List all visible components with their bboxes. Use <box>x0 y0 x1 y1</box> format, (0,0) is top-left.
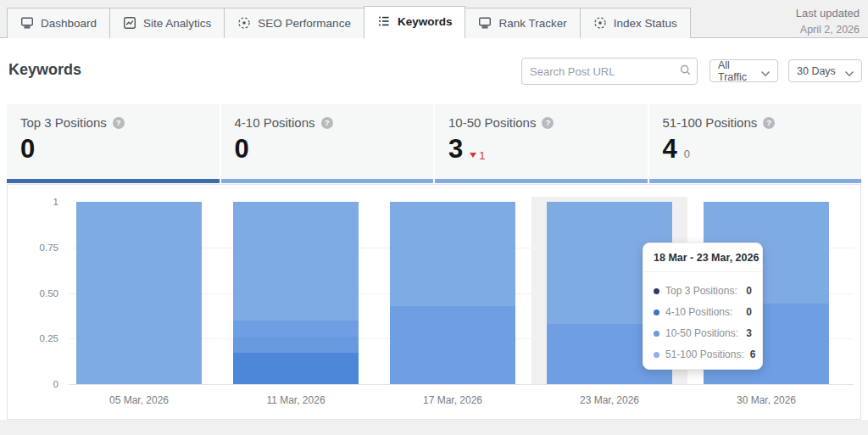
stat-card-value: 0 <box>20 136 35 162</box>
help-icon[interactable]: ? <box>321 117 333 129</box>
stat-value-row: 0 <box>235 136 420 162</box>
help-icon[interactable]: ? <box>113 117 125 129</box>
tooltip-row-label: 4-10 Positions: <box>665 306 732 318</box>
stat-card-value: 4 <box>663 136 677 162</box>
tab-rank-tracker[interactable]: Rank Tracker <box>465 8 580 38</box>
stat-card-top-3-positions[interactable]: Top 3 Positions?0 <box>7 104 220 183</box>
stat-card-51-100-positions[interactable]: 51-100 Positions?40 <box>649 104 862 183</box>
tooltip-row: 4-10 Positions:0 <box>654 306 752 318</box>
tooltip-row: 10-50 Positions:3 <box>654 327 752 339</box>
last-updated: Last updated April 2, 2026 <box>796 6 860 37</box>
stat-card-delta: 0 <box>684 148 690 160</box>
tooltip-rows: Top 3 Positions:04-10 Positions:010-50 P… <box>643 272 762 369</box>
last-updated-label: Last updated <box>796 6 860 22</box>
tooltip-row: Top 3 Positions:0 <box>654 285 752 297</box>
traffic-filter-value: All Traffic <box>718 59 761 83</box>
search-icon <box>679 64 692 80</box>
bar-11-mar[interactable] <box>233 202 359 384</box>
bar-05-mar[interactable] <box>76 202 202 384</box>
help-icon[interactable]: ? <box>542 117 554 129</box>
traffic-filter-dropdown[interactable]: All Traffic <box>709 59 778 82</box>
stat-cards-row: Top 3 Positions?04-10 Positions?010-50 P… <box>7 104 861 183</box>
stat-card-label: 10-50 Positions? <box>448 115 634 130</box>
series-bullet-icon <box>654 310 659 315</box>
top-tab-bar: DashboardSite AnalyticsSEO PerformanceKe… <box>0 0 868 38</box>
line-chart-icon <box>123 16 136 30</box>
stat-card-label-text: 10-50 Positions <box>448 115 536 130</box>
series-bullet-icon <box>654 352 659 358</box>
stat-card-label: 51-100 Positions? <box>663 115 849 130</box>
series-bullet-icon <box>654 331 659 337</box>
tab-label: Dashboard <box>41 17 97 30</box>
stat-card-10-50-positions[interactable]: 10-50 Positions?31 <box>435 104 648 183</box>
stat-card-value: 0 <box>235 136 249 162</box>
y-axis-tick: 1 <box>26 197 58 207</box>
eye-scan-icon <box>237 16 251 30</box>
x-axis-label: 05 Mar, 2026 <box>61 394 218 406</box>
x-axis-label: 17 Mar, 2026 <box>375 394 531 406</box>
bar-segment-top-3-positions <box>233 353 359 384</box>
stat-card-4-10-positions[interactable]: 4-10 Positions?0 <box>221 104 434 183</box>
bar-segment-10-50-positions <box>390 306 515 384</box>
tab-label: Site Analytics <box>143 17 211 30</box>
date-range-dropdown[interactable]: 30 Days <box>788 59 862 82</box>
search-input[interactable] <box>530 65 679 78</box>
tooltip-row: 51-100 Positions:6 <box>654 349 752 360</box>
bar-segment-51-100-positions <box>233 202 359 321</box>
page-title: Keywords <box>8 61 81 79</box>
tooltip-row-value: 0 <box>746 306 752 318</box>
chart-tooltip: 18 Mar - 23 Mar, 2026 Top 3 Positions:04… <box>643 243 763 370</box>
chevron-down-icon <box>761 68 770 74</box>
help-icon[interactable]: ? <box>763 117 775 129</box>
tab-label: Rank Tracker <box>498 17 566 30</box>
bar-segment-4-10-positions <box>233 337 359 353</box>
tooltip-row-label: 51-100 Positions: <box>665 349 744 360</box>
tab-list: DashboardSite AnalyticsSEO PerformanceKe… <box>7 6 690 38</box>
monitor-icon <box>478 16 492 30</box>
list-icon <box>377 14 391 28</box>
tooltip-row-value: 3 <box>746 327 752 339</box>
stat-card-label: 4-10 Positions? <box>235 115 420 130</box>
bar-segment-10-50-positions <box>233 321 359 337</box>
stat-card-delta-value: 1 <box>479 149 485 162</box>
tab-site-analytics[interactable]: Site Analytics <box>109 8 225 38</box>
stat-card-delta: 1 <box>470 149 485 162</box>
y-axis-tick: 0.75 <box>26 243 58 253</box>
stat-card-label-text: 4-10 Positions <box>235 115 315 130</box>
tooltip-row-value: 6 <box>750 349 756 360</box>
tab-dashboard[interactable]: Dashboard <box>7 8 110 38</box>
tab-label: Index Status <box>614 17 677 30</box>
x-axis-label: 11 Mar, 2026 <box>218 394 375 406</box>
tab-index-status[interactable]: Index Status <box>580 8 691 38</box>
stat-card-delta-value: 0 <box>684 148 690 160</box>
tooltip-title: 18 Mar - 23 Mar, 2026 <box>643 243 762 272</box>
x-axis-label: 23 Mar, 2026 <box>531 394 688 406</box>
monitor-icon <box>20 16 34 30</box>
positions-chart-panel: 18 Mar - 23 Mar, 2026 Top 3 Positions:04… <box>7 184 861 420</box>
y-axis-tick: 0.50 <box>26 288 58 298</box>
stat-card-value: 3 <box>448 136 463 162</box>
stat-value-row: 31 <box>448 136 634 162</box>
tab-label: Keywords <box>398 15 453 28</box>
eye-scan-icon <box>593 16 607 30</box>
x-axis-label: 30 Mar, 2026 <box>688 394 845 406</box>
series-bullet-icon <box>654 288 659 294</box>
bar-17-mar[interactable] <box>390 202 515 384</box>
tab-seo-performance[interactable]: SEO Performance <box>224 8 364 38</box>
stat-card-label-text: Top 3 Positions <box>20 115 107 130</box>
y-axis-tick: 0 <box>26 379 58 389</box>
tooltip-row-value: 0 <box>746 285 752 297</box>
x-axis-line <box>69 384 854 385</box>
search-box <box>521 58 698 85</box>
last-updated-date: April 2, 2026 <box>796 22 860 37</box>
triangle-down-icon <box>470 153 476 158</box>
y-axis-tick: 0.25 <box>26 333 58 343</box>
chevron-down-icon <box>845 68 854 74</box>
tooltip-row-label: Top 3 Positions: <box>665 285 737 297</box>
tab-keywords[interactable]: Keywords <box>364 6 466 38</box>
stat-card-label: Top 3 Positions? <box>20 115 206 130</box>
date-range-value: 30 Days <box>797 65 836 77</box>
bar-segment-51-100-positions <box>390 202 515 306</box>
tab-label: SEO Performance <box>258 17 351 30</box>
stat-value-row: 0 <box>20 136 206 162</box>
